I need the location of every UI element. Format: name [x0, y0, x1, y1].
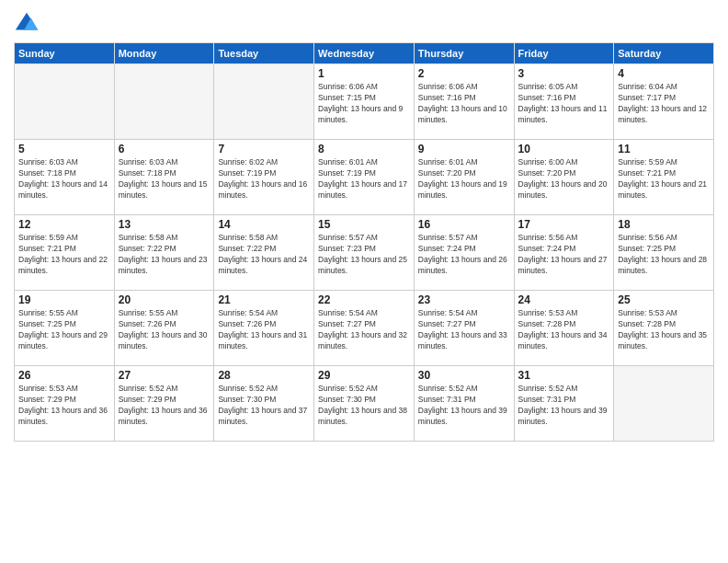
- weekday-header: Tuesday: [214, 43, 314, 64]
- day-info: Sunrise: 5:56 AMSunset: 7:25 PMDaylight:…: [618, 233, 710, 277]
- calendar-cell: 31Sunrise: 5:52 AMSunset: 7:31 PMDayligh…: [514, 366, 614, 442]
- calendar-cell: 21Sunrise: 5:54 AMSunset: 7:26 PMDayligh…: [214, 291, 314, 366]
- day-info: Sunrise: 6:01 AMSunset: 7:19 PMDaylight:…: [318, 157, 410, 201]
- calendar-cell: 2Sunrise: 6:06 AMSunset: 7:16 PMDaylight…: [414, 64, 514, 140]
- day-number: 27: [119, 369, 210, 382]
- calendar-cell: 6Sunrise: 6:03 AMSunset: 7:18 PMDaylight…: [114, 140, 214, 215]
- day-info: Sunrise: 6:01 AMSunset: 7:20 PMDaylight:…: [418, 157, 510, 201]
- day-info: Sunrise: 5:59 AMSunset: 7:21 PMDaylight:…: [18, 233, 110, 277]
- day-number: 20: [119, 293, 210, 306]
- day-number: 12: [18, 218, 110, 231]
- calendar-cell: 29Sunrise: 5:52 AMSunset: 7:30 PMDayligh…: [314, 366, 415, 442]
- day-number: 17: [518, 218, 610, 231]
- day-number: 19: [18, 293, 110, 306]
- calendar-cell: 14Sunrise: 5:58 AMSunset: 7:22 PMDayligh…: [214, 215, 314, 291]
- calendar-cell: 20Sunrise: 5:55 AMSunset: 7:26 PMDayligh…: [114, 291, 214, 366]
- day-info: Sunrise: 5:52 AMSunset: 7:29 PMDaylight:…: [119, 384, 210, 428]
- day-number: 7: [218, 143, 310, 155]
- day-number: 10: [518, 143, 610, 155]
- day-info: Sunrise: 5:57 AMSunset: 7:24 PMDaylight:…: [418, 233, 510, 277]
- day-info: Sunrise: 5:54 AMSunset: 7:27 PMDaylight:…: [318, 308, 410, 352]
- day-info: Sunrise: 5:52 AMSunset: 7:30 PMDaylight:…: [318, 384, 410, 428]
- calendar-cell: [15, 64, 115, 140]
- calendar-cell: 9Sunrise: 6:01 AMSunset: 7:20 PMDaylight…: [414, 140, 514, 215]
- calendar-table: SundayMondayTuesdayWednesdayThursdayFrid…: [14, 42, 714, 442]
- day-info: Sunrise: 5:52 AMSunset: 7:31 PMDaylight:…: [418, 384, 510, 428]
- calendar-cell: 5Sunrise: 6:03 AMSunset: 7:18 PMDaylight…: [15, 140, 115, 215]
- calendar-page: SundayMondayTuesdayWednesdayThursdayFrid…: [0, 0, 728, 563]
- day-number: 25: [618, 293, 710, 306]
- day-number: 2: [418, 67, 510, 80]
- calendar-cell: 25Sunrise: 5:53 AMSunset: 7:28 PMDayligh…: [614, 291, 714, 366]
- week-row: 1Sunrise: 6:06 AMSunset: 7:15 PMDaylight…: [15, 64, 714, 140]
- calendar-cell: 12Sunrise: 5:59 AMSunset: 7:21 PMDayligh…: [15, 215, 115, 291]
- day-info: Sunrise: 5:52 AMSunset: 7:30 PMDaylight:…: [218, 384, 310, 428]
- logo: [14, 9, 43, 35]
- day-number: 9: [418, 143, 510, 155]
- day-info: Sunrise: 5:57 AMSunset: 7:23 PMDaylight:…: [318, 233, 410, 277]
- calendar-cell: 16Sunrise: 5:57 AMSunset: 7:24 PMDayligh…: [414, 215, 514, 291]
- calendar-cell: 26Sunrise: 5:53 AMSunset: 7:29 PMDayligh…: [15, 366, 115, 442]
- week-row: 19Sunrise: 5:55 AMSunset: 7:25 PMDayligh…: [15, 291, 714, 366]
- day-info: Sunrise: 5:53 AMSunset: 7:28 PMDaylight:…: [618, 308, 710, 352]
- weekday-header: Monday: [114, 43, 214, 64]
- calendar-cell: 27Sunrise: 5:52 AMSunset: 7:29 PMDayligh…: [114, 366, 214, 442]
- calendar-cell: 24Sunrise: 5:53 AMSunset: 7:28 PMDayligh…: [514, 291, 614, 366]
- week-row: 5Sunrise: 6:03 AMSunset: 7:18 PMDaylight…: [15, 140, 714, 215]
- week-row: 12Sunrise: 5:59 AMSunset: 7:21 PMDayligh…: [15, 215, 714, 291]
- day-info: Sunrise: 5:52 AMSunset: 7:31 PMDaylight:…: [518, 384, 610, 428]
- weekday-header: Wednesday: [314, 43, 415, 64]
- calendar-cell: [114, 64, 214, 140]
- calendar-cell: 1Sunrise: 6:06 AMSunset: 7:15 PMDaylight…: [314, 64, 415, 140]
- day-info: Sunrise: 6:00 AMSunset: 7:20 PMDaylight:…: [518, 157, 610, 201]
- day-number: 30: [418, 369, 510, 382]
- day-number: 8: [318, 143, 410, 155]
- calendar-cell: 3Sunrise: 6:05 AMSunset: 7:16 PMDaylight…: [514, 64, 614, 140]
- day-info: Sunrise: 5:53 AMSunset: 7:29 PMDaylight:…: [18, 384, 110, 428]
- weekday-header: Friday: [514, 43, 614, 64]
- day-number: 29: [318, 369, 410, 382]
- calendar-cell: 28Sunrise: 5:52 AMSunset: 7:30 PMDayligh…: [214, 366, 314, 442]
- day-number: 31: [518, 369, 610, 382]
- day-info: Sunrise: 5:55 AMSunset: 7:25 PMDaylight:…: [18, 308, 110, 352]
- day-info: Sunrise: 5:53 AMSunset: 7:28 PMDaylight:…: [518, 308, 610, 352]
- day-number: 1: [318, 67, 410, 80]
- day-info: Sunrise: 6:06 AMSunset: 7:15 PMDaylight:…: [318, 82, 410, 126]
- day-info: Sunrise: 6:02 AMSunset: 7:19 PMDaylight:…: [218, 157, 310, 201]
- day-info: Sunrise: 6:04 AMSunset: 7:17 PMDaylight:…: [618, 82, 710, 126]
- day-info: Sunrise: 6:03 AMSunset: 7:18 PMDaylight:…: [119, 157, 210, 201]
- calendar-cell: 18Sunrise: 5:56 AMSunset: 7:25 PMDayligh…: [614, 215, 714, 291]
- day-number: 14: [218, 218, 310, 231]
- calendar-cell: 4Sunrise: 6:04 AMSunset: 7:17 PMDaylight…: [614, 64, 714, 140]
- day-number: 26: [18, 369, 110, 382]
- day-number: 21: [218, 293, 310, 306]
- day-info: Sunrise: 6:05 AMSunset: 7:16 PMDaylight:…: [518, 82, 610, 126]
- calendar-cell: 30Sunrise: 5:52 AMSunset: 7:31 PMDayligh…: [414, 366, 514, 442]
- calendar-cell: 17Sunrise: 5:56 AMSunset: 7:24 PMDayligh…: [514, 215, 614, 291]
- day-number: 24: [518, 293, 610, 306]
- calendar-cell: 22Sunrise: 5:54 AMSunset: 7:27 PMDayligh…: [314, 291, 415, 366]
- day-info: Sunrise: 6:03 AMSunset: 7:18 PMDaylight:…: [18, 157, 110, 201]
- calendar-cell: 10Sunrise: 6:00 AMSunset: 7:20 PMDayligh…: [514, 140, 614, 215]
- calendar-cell: 13Sunrise: 5:58 AMSunset: 7:22 PMDayligh…: [114, 215, 214, 291]
- day-number: 4: [618, 67, 710, 80]
- calendar-cell: 23Sunrise: 5:54 AMSunset: 7:27 PMDayligh…: [414, 291, 514, 366]
- logo-icon: [14, 9, 40, 35]
- header: [14, 9, 714, 35]
- calendar-cell: 15Sunrise: 5:57 AMSunset: 7:23 PMDayligh…: [314, 215, 415, 291]
- week-row: 26Sunrise: 5:53 AMSunset: 7:29 PMDayligh…: [15, 366, 714, 442]
- day-info: Sunrise: 5:54 AMSunset: 7:26 PMDaylight:…: [218, 308, 310, 352]
- weekday-header: Sunday: [15, 43, 115, 64]
- calendar-cell: 7Sunrise: 6:02 AMSunset: 7:19 PMDaylight…: [214, 140, 314, 215]
- weekday-header-row: SundayMondayTuesdayWednesdayThursdayFrid…: [15, 43, 714, 64]
- calendar-cell: [214, 64, 314, 140]
- calendar-cell: 11Sunrise: 5:59 AMSunset: 7:21 PMDayligh…: [614, 140, 714, 215]
- day-info: Sunrise: 5:58 AMSunset: 7:22 PMDaylight:…: [218, 233, 310, 277]
- day-info: Sunrise: 5:55 AMSunset: 7:26 PMDaylight:…: [119, 308, 210, 352]
- day-info: Sunrise: 5:54 AMSunset: 7:27 PMDaylight:…: [418, 308, 510, 352]
- day-number: 3: [518, 67, 610, 80]
- calendar-cell: [614, 366, 714, 442]
- day-info: Sunrise: 5:56 AMSunset: 7:24 PMDaylight:…: [518, 233, 610, 277]
- day-number: 22: [318, 293, 410, 306]
- weekday-header: Thursday: [414, 43, 514, 64]
